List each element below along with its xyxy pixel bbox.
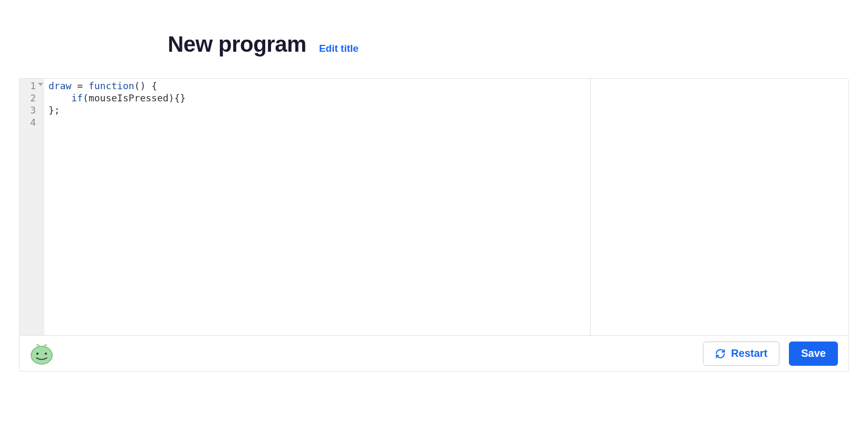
fold-icon[interactable] [38,83,43,86]
svg-point-2 [45,353,47,355]
line-gutter: 1234 [20,79,44,335]
page-title: New program [168,32,306,57]
line-number: 3 [20,104,44,116]
editor-container: 1234 draw = function() { if(mouseIsPress… [19,78,849,336]
code-line[interactable] [49,116,586,128]
code-line[interactable]: draw = function() { [49,80,586,92]
save-button[interactable]: Save [789,342,838,366]
avatar[interactable] [30,342,53,365]
output-panel [591,79,848,335]
line-number: 1 [20,80,44,92]
toolbar: Restart Save [19,336,849,372]
restart-button-label: Restart [731,347,767,359]
buddy-icon [30,342,53,365]
line-number: 4 [20,116,44,128]
toolbar-right: Restart Save [703,342,838,366]
edit-title-link[interactable]: Edit title [319,43,359,54]
svg-point-0 [31,346,52,364]
code-line[interactable]: }; [49,104,586,116]
svg-point-1 [36,353,38,355]
save-button-label: Save [801,347,826,359]
restart-icon [715,348,726,359]
restart-button[interactable]: Restart [703,342,779,366]
header: New program Edit title [0,0,868,78]
toolbar-left [30,342,53,365]
code-line[interactable]: if(mouseIsPressed){} [49,92,586,104]
code-editor[interactable]: draw = function() { if(mouseIsPressed){}… [44,79,590,335]
line-number: 2 [20,92,44,104]
code-panel: 1234 draw = function() { if(mouseIsPress… [20,79,591,335]
